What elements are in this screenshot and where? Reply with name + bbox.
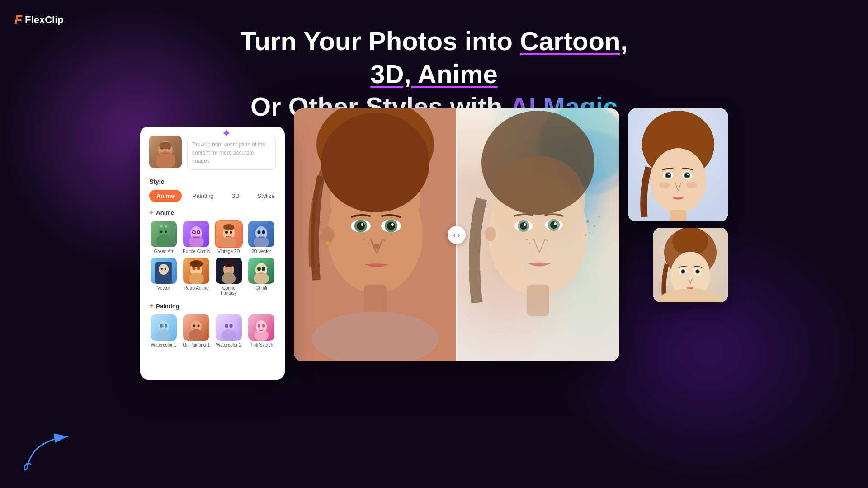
svg-point-52 xyxy=(198,325,200,327)
realistic-face-svg xyxy=(294,108,457,361)
svg-point-90 xyxy=(524,223,526,226)
style-panel: Provide brief description of the content… xyxy=(140,127,285,380)
style-item-ghibli[interactable]: Ghibli xyxy=(247,258,276,296)
svg-point-37 xyxy=(222,272,236,284)
style-item-watercolor1[interactable]: Watercolor 1 xyxy=(149,314,178,347)
svg-point-95 xyxy=(526,239,528,240)
main-content: Provide brief description of the content… xyxy=(140,108,728,361)
thumb-comic-fantasy xyxy=(216,258,242,284)
svg-point-10 xyxy=(165,225,167,228)
svg-point-86 xyxy=(481,111,594,215)
thumb-face-comic-fantasy xyxy=(216,258,242,284)
svg-point-89 xyxy=(520,222,527,230)
svg-point-31 xyxy=(189,273,204,284)
svg-point-60 xyxy=(262,324,265,328)
svg-point-18 xyxy=(221,236,236,247)
style-item-vintage-2d[interactable]: Vintage 2D xyxy=(214,221,243,254)
svg-point-96 xyxy=(529,243,531,244)
thumb-vector xyxy=(151,258,177,284)
right-card-large-svg xyxy=(628,108,728,221)
svg-point-69 xyxy=(361,223,363,226)
plus-icon-painting: + xyxy=(149,302,153,310)
style-name-watercolor1: Watercolor 1 xyxy=(151,343,176,347)
svg-point-6 xyxy=(156,235,171,247)
split-handle[interactable]: ‹ › xyxy=(448,226,466,244)
style-name-retro-anime: Retro Anime xyxy=(184,286,208,291)
svg-point-59 xyxy=(258,324,260,328)
svg-rect-104 xyxy=(527,285,549,316)
style-item-oil-painting1[interactable]: Oil Painting 1 xyxy=(182,314,211,347)
svg-point-38 xyxy=(225,267,228,270)
svg-point-101 xyxy=(590,232,591,234)
style-item-pink-sketch[interactable]: Pink Sketch xyxy=(247,314,276,347)
svg-point-93 xyxy=(550,221,557,229)
style-item-comic-fantasy[interactable]: Comic Fantasy xyxy=(214,258,243,296)
svg-point-28 xyxy=(161,268,163,270)
style-item-2d-vector[interactable]: 2D Vector xyxy=(247,221,276,254)
svg-point-99 xyxy=(594,225,595,227)
svg-point-21 xyxy=(223,224,234,230)
svg-point-77 xyxy=(383,239,385,241)
thumb-face-green-art xyxy=(151,221,177,247)
svg-point-29 xyxy=(165,268,166,270)
description-input[interactable]: Provide brief description of the content… xyxy=(187,136,276,170)
svg-point-117 xyxy=(659,182,670,188)
svg-point-39 xyxy=(230,267,232,270)
svg-point-112 xyxy=(668,174,670,175)
upload-thumbnail[interactable] xyxy=(149,136,182,168)
anime-label: Anime xyxy=(156,209,174,216)
svg-point-43 xyxy=(257,267,261,271)
style-item-purple-comic[interactable]: Purple Comic xyxy=(182,221,211,254)
svg-point-42 xyxy=(254,272,269,284)
thumb-face-pink-sketch xyxy=(248,314,274,341)
logo[interactable]: F FlexClip xyxy=(14,13,64,27)
thumb-ghibli xyxy=(248,258,274,284)
style-name-ghibli: Ghibli xyxy=(255,286,267,291)
style-name-pink-sketch: Pink Sketch xyxy=(250,343,274,347)
style-item-green-art[interactable]: Green Art xyxy=(149,221,178,254)
svg-point-76 xyxy=(368,243,369,244)
style-name-oil-painting1: Oil Painting 1 xyxy=(183,343,209,347)
svg-point-4 xyxy=(159,142,172,149)
svg-point-16 xyxy=(198,231,199,233)
style-item-vector[interactable]: Vector xyxy=(149,258,178,296)
tab-anime[interactable]: Anime xyxy=(149,190,182,202)
painting-label: Painting xyxy=(156,303,179,310)
thumb-face-ghibli xyxy=(248,258,274,284)
anime-style-grid: Green Art xyxy=(149,221,276,296)
style-name-purple-comic: Purple Comic xyxy=(183,249,210,254)
tab-painting[interactable]: Painting xyxy=(185,190,221,202)
style-name-watercolor2: Watercolor 2 xyxy=(216,343,241,347)
svg-point-54 xyxy=(222,329,236,341)
face-svg xyxy=(149,136,182,168)
style-item-watercolor2[interactable]: Watercolor 2 xyxy=(214,314,243,347)
tab-stylize[interactable]: Stylize xyxy=(250,190,282,202)
right-card-small-svg xyxy=(653,228,728,302)
thumb-watercolor2 xyxy=(216,314,242,341)
thumb-purple-comic xyxy=(183,221,209,247)
arrow-svg xyxy=(23,432,77,473)
style-name-2d-vector: 2D Vector xyxy=(251,249,271,254)
svg-point-108 xyxy=(650,148,706,213)
thumb-face-watercolor1 xyxy=(151,314,177,341)
plus-icon-anime: + xyxy=(149,208,153,216)
svg-point-15 xyxy=(193,231,195,233)
style-item-retro-anime[interactable]: Retro Anime xyxy=(182,258,211,296)
svg-point-19 xyxy=(225,231,228,234)
comparison-container: ‹ › xyxy=(294,108,619,361)
svg-point-40 xyxy=(223,261,234,267)
thumb-pink-sketch xyxy=(248,314,274,341)
style-label: Style xyxy=(149,178,276,185)
svg-point-47 xyxy=(160,324,163,328)
svg-point-46 xyxy=(156,329,171,341)
thumb-face-2d-vector xyxy=(248,221,274,247)
svg-point-9 xyxy=(160,225,163,228)
svg-point-8 xyxy=(165,231,167,233)
face-placeholder xyxy=(149,136,182,168)
tab-3d[interactable]: 3D xyxy=(225,190,247,202)
svg-point-27 xyxy=(159,264,169,275)
thumb-oil-painting1 xyxy=(183,314,209,341)
svg-point-131 xyxy=(696,270,699,273)
svg-point-55 xyxy=(225,324,228,328)
svg-point-58 xyxy=(254,329,269,341)
